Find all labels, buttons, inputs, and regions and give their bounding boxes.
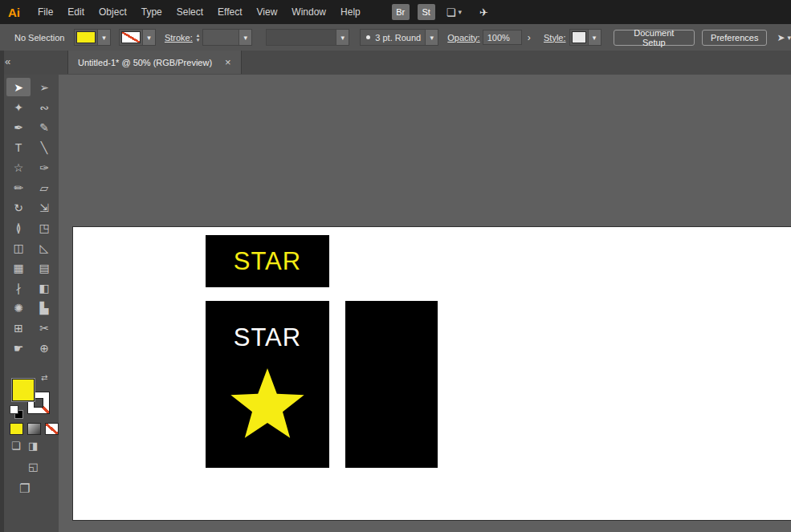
hand-tool[interactable]: ☛ [6,339,31,357]
bridge-button[interactable]: Br [392,4,410,20]
gradient-mode-button[interactable] [27,423,41,435]
stroke-color-dropdown[interactable]: ▾ [119,29,156,46]
preferences-button[interactable]: Preferences [702,30,767,46]
header-rectangle[interactable]: STAR [206,235,329,287]
blend-tool[interactable]: ◧ [32,278,56,297]
zoom-icon: ⊕ [39,342,49,355]
draw-normal-icon[interactable]: ❏ [11,440,21,452]
curvature-tool[interactable]: ✎ [32,118,56,136]
width-tool[interactable]: ≬ [6,218,31,237]
line-segment-tool[interactable]: ╲ [32,138,56,156]
select-similar-icon: ➤ [777,32,785,43]
pen-tool[interactable]: ✒ [6,118,31,136]
style-dropdown[interactable]: ▾ [569,29,601,46]
shaper-tool[interactable]: ✏ [6,178,31,197]
stroke-weight-label[interactable]: Stroke: [165,33,193,43]
select-similar-dropdown[interactable]: ➤ ▾ [777,32,791,43]
default-fill-stroke-icon[interactable] [10,405,22,418]
fill-swatch[interactable] [12,379,35,401]
menu-help[interactable]: Help [333,0,368,24]
stroke-weight-value [203,30,239,44]
rotate-tool[interactable]: ↻ [6,198,31,217]
width-icon: ≬ [16,221,22,234]
scale-tool[interactable]: ⇲ [32,198,56,217]
screen-mode-icon[interactable]: ◱ [28,461,38,473]
paintbrush-tool[interactable]: ✑ [32,158,56,177]
solid-black-rectangle[interactable] [345,301,438,468]
curvature-icon: ✎ [39,121,49,134]
perspective-grid-tool[interactable]: ◺ [32,238,56,257]
chevron-down-icon: ▾ [239,30,251,45]
artboard[interactable]: STAR STAR [73,227,791,520]
menu-file[interactable]: File [31,0,60,24]
menu-edit[interactable]: Edit [60,0,92,24]
brush-definition-dropdown[interactable]: 3 pt. Round ▾ [360,29,438,46]
menu-view[interactable]: View [250,0,285,24]
free-transform-tool[interactable]: ◳ [32,218,56,237]
shape-builder-icon: ◫ [13,242,23,254]
workspace-icon: ❏ [446,6,456,18]
fill-color-dropdown[interactable]: ▾ [74,29,111,46]
menu-type[interactable]: Type [134,0,169,24]
artboard-icon: ⊞ [14,322,23,335]
chevron-down-icon: ▾ [142,30,155,45]
lasso-tool[interactable]: ∾ [32,98,56,116]
opacity-field[interactable]: 100% [483,30,523,45]
free-transform-icon: ◳ [39,221,49,234]
canvas[interactable]: STAR STAR [59,75,791,532]
symbol-sprayer-icon: ✺ [14,302,23,315]
direct-selection-tool[interactable]: ➢ [32,78,56,96]
stroke-weight-stepper[interactable]: ▴ ▾ [197,33,200,43]
type-tool[interactable]: T [6,138,31,156]
eyedropper-tool[interactable]: ∤ [6,278,31,297]
menu-object[interactable]: Object [92,0,134,24]
gradient-tool[interactable]: ▤ [32,258,56,277]
menu-window[interactable]: Window [284,0,333,24]
menu-effect[interactable]: Effect [210,0,249,24]
chevron-down-icon: ▾ [336,30,349,45]
illustrator-window: Ai File Edit Object Type Select Effect V… [0,0,791,532]
eraser-tool[interactable]: ▱ [32,178,56,197]
mesh-tool[interactable]: ▦ [6,258,31,277]
header-star-text: STAR [234,247,301,276]
column-graph-tool[interactable]: ▙ [32,298,56,317]
none-mode-button[interactable] [45,423,59,435]
stock-button[interactable]: St [418,4,435,20]
opacity-slider-arrow-icon[interactable]: › [523,30,535,45]
poster-rectangle[interactable]: STAR [206,301,329,468]
close-icon[interactable]: × [225,56,231,68]
width-profile-dropdown[interactable]: ▾ [266,29,349,46]
swap-fill-stroke-icon[interactable]: ⇄ [41,373,47,382]
rocket-icon: ✈ [479,6,488,18]
fill-swatch-icon [76,31,96,43]
document-setup-button[interactable]: Document Setup [614,30,695,46]
menu-select[interactable]: Select [169,0,210,24]
magic-wand-tool[interactable]: ✦ [6,98,31,116]
mesh-icon: ▦ [13,262,23,274]
collapse-dock-icon[interactable]: « [5,55,10,67]
draw-inside-icon[interactable]: ◨ [28,440,38,452]
panels-icon[interactable]: ❐ [19,481,30,496]
gpu-performance-icon[interactable]: ✈ [479,6,488,18]
opacity-label[interactable]: Opacity: [447,33,479,43]
workspace-switcher-icon[interactable]: ❏ ▾ [446,6,462,18]
stepper-down-icon: ▾ [197,38,200,43]
slice-tool[interactable]: ✂ [32,319,56,337]
shaper-icon: ✏ [14,181,23,194]
yellow-star-shape[interactable] [223,365,312,445]
color-mode-button[interactable] [10,423,23,435]
artboard-tool[interactable]: ⊞ [6,319,31,337]
rotate-icon: ↻ [14,201,23,214]
star-shape-tool[interactable]: ☆ [6,158,31,177]
zoom-tool[interactable]: ⊕ [32,339,56,357]
symbol-sprayer-tool[interactable]: ✺ [6,298,31,317]
brush-name: 3 pt. Round [375,33,425,43]
style-label[interactable]: Style: [544,33,566,43]
selection-tool[interactable]: ➤ [6,78,31,96]
document-tab[interactable]: Untitled-1* @ 50% (RGB/Preview) × [67,51,242,74]
column-graph-icon: ▙ [40,302,49,315]
stroke-weight-dropdown[interactable]: ▾ [202,29,252,46]
chevron-down-icon: ▾ [787,34,791,42]
shape-builder-tool[interactable]: ◫ [6,238,31,257]
hand-icon: ☛ [14,342,24,355]
